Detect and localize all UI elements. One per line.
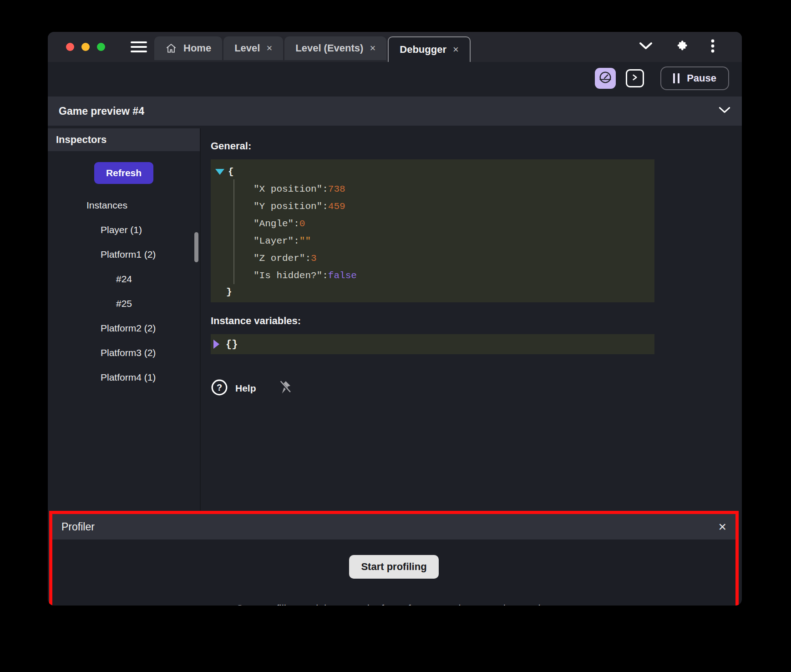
- traffic-lights: [48, 43, 105, 51]
- tab-home[interactable]: Home: [154, 36, 222, 60]
- tab-level-events[interactable]: Level (Events) ×: [284, 36, 386, 60]
- debugger-content: Inspectors Refresh Instances Player (1) …: [48, 128, 742, 606]
- pause-label: Pause: [687, 72, 716, 84]
- menu-icon[interactable]: [131, 41, 147, 52]
- maximize-window-button[interactable]: [97, 43, 105, 51]
- property-key: "Is hidden?": [254, 270, 322, 281]
- property-row: "Is hidden?" : false: [213, 267, 654, 284]
- expand-node-icon[interactable]: [213, 340, 219, 349]
- property-key: "Angle": [254, 219, 294, 229]
- collapse-node-icon[interactable]: [215, 169, 224, 175]
- property-key: "Z order": [254, 253, 305, 264]
- tab-label: Level: [234, 42, 260, 54]
- separator: :: [322, 270, 328, 281]
- console-prompt-icon: [630, 73, 639, 84]
- instance-variables-label: Instance variables:: [211, 315, 742, 327]
- property-key: "X position": [254, 184, 322, 194]
- instance-variables-value: {}: [226, 339, 238, 350]
- more-options-icon[interactable]: [711, 39, 715, 55]
- general-section-label: General:: [211, 140, 742, 152]
- property-value: "": [299, 236, 311, 246]
- tab-label: Level (Events): [295, 42, 363, 54]
- property-key: "Layer": [254, 236, 294, 246]
- tree-item-player[interactable]: Player (1): [48, 218, 200, 242]
- property-row: "Layer" : "": [213, 232, 654, 249]
- minimize-window-button[interactable]: [81, 43, 90, 51]
- titlebar: Home Level × Level (Events) × Debugger ×: [48, 32, 742, 62]
- console-button[interactable]: [626, 69, 644, 87]
- profiler-title: Profiler: [61, 521, 95, 533]
- game-preview-title: Game preview #4: [59, 105, 144, 117]
- inspectors-header: Inspectors: [48, 128, 200, 151]
- tab-debugger[interactable]: Debugger ×: [388, 36, 471, 62]
- pause-icon: [673, 73, 679, 83]
- property-value: 738: [328, 184, 345, 194]
- start-profiling-button[interactable]: Start profiling: [349, 555, 438, 579]
- tree-item-platform1[interactable]: Platform1 (2): [48, 242, 200, 267]
- tree-item-platform3[interactable]: Platform3 (2): [48, 341, 200, 365]
- game-preview-bar[interactable]: Game preview #4: [48, 97, 742, 126]
- tree-item-instance-24[interactable]: #24: [48, 267, 200, 291]
- property-value: 0: [299, 219, 305, 229]
- separator: :: [322, 184, 328, 194]
- general-properties-tree: { "X position" : 738 "Y position" : 459 …: [211, 159, 654, 302]
- help-row: ? Help: [211, 379, 742, 398]
- property-row: "X position" : 738: [213, 180, 654, 198]
- svg-text:?: ?: [217, 382, 222, 392]
- property-value: 459: [328, 201, 345, 212]
- tab-label: Debugger: [400, 44, 446, 56]
- separator: :: [322, 201, 328, 212]
- property-value: 3: [311, 253, 317, 264]
- chevron-down-icon[interactable]: [718, 107, 731, 116]
- tab-level[interactable]: Level ×: [223, 36, 283, 60]
- close-tab-icon[interactable]: ×: [266, 43, 272, 53]
- refresh-button[interactable]: Refresh: [94, 162, 153, 184]
- property-value: false: [328, 270, 357, 281]
- instance-variables-tree: {}: [211, 334, 654, 354]
- instances-tree: Instances Player (1) Platform1 (2) #24 #…: [48, 193, 200, 390]
- titlebar-actions: [639, 39, 742, 55]
- unpin-icon[interactable]: [278, 380, 292, 397]
- screenshot-stage: Home Level × Level (Events) × Debugger ×: [0, 0, 791, 672]
- gauge-icon: [598, 70, 613, 87]
- property-row: "Y position" : 459: [213, 198, 654, 215]
- indent-guide: [233, 179, 234, 284]
- tab-label: Home: [183, 42, 211, 54]
- debugger-toolbar: Pause: [48, 62, 742, 95]
- close-tab-icon[interactable]: ×: [370, 43, 375, 53]
- pause-button[interactable]: Pause: [660, 66, 729, 90]
- tree-item-platform4[interactable]: Platform4 (1): [48, 365, 200, 390]
- tree-item-instances[interactable]: Instances: [48, 193, 200, 218]
- sidebar-scrollbar[interactable]: [194, 232, 198, 262]
- tab-bar: Home Level × Level (Events) × Debugger ×: [154, 36, 471, 62]
- property-key: "Y position": [254, 201, 322, 212]
- separator: :: [305, 253, 311, 264]
- profiler-description: Start profiling and then stop it after a…: [236, 603, 552, 606]
- close-profiler-icon[interactable]: ×: [718, 520, 726, 534]
- tree-item-instance-25[interactable]: #25: [48, 291, 200, 316]
- extensions-puzzle-icon[interactable]: [675, 40, 688, 54]
- profiler-panel: Profiler × Start profiling Start profili…: [49, 511, 739, 606]
- close-brace: }: [226, 287, 232, 297]
- close-window-button[interactable]: [66, 43, 74, 51]
- separator: :: [294, 219, 299, 229]
- property-row: "Z order" : 3: [213, 249, 654, 267]
- app-window: Home Level × Level (Events) × Debugger ×: [48, 32, 742, 606]
- chevron-down-icon[interactable]: [639, 42, 653, 52]
- tree-item-platform2[interactable]: Platform2 (2): [48, 316, 200, 341]
- profiler-header: Profiler ×: [52, 514, 735, 540]
- profiler-body: Start profiling Start profiling and then…: [52, 540, 735, 606]
- close-tab-icon[interactable]: ×: [453, 45, 459, 55]
- help-circle-icon[interactable]: ?: [211, 379, 228, 398]
- profiler-toggle-button[interactable]: [595, 68, 616, 89]
- separator: :: [294, 236, 299, 246]
- home-icon: [165, 42, 177, 54]
- open-brace: {: [228, 167, 234, 177]
- help-label: Help: [235, 383, 256, 394]
- property-row: "Angle" : 0: [213, 215, 654, 232]
